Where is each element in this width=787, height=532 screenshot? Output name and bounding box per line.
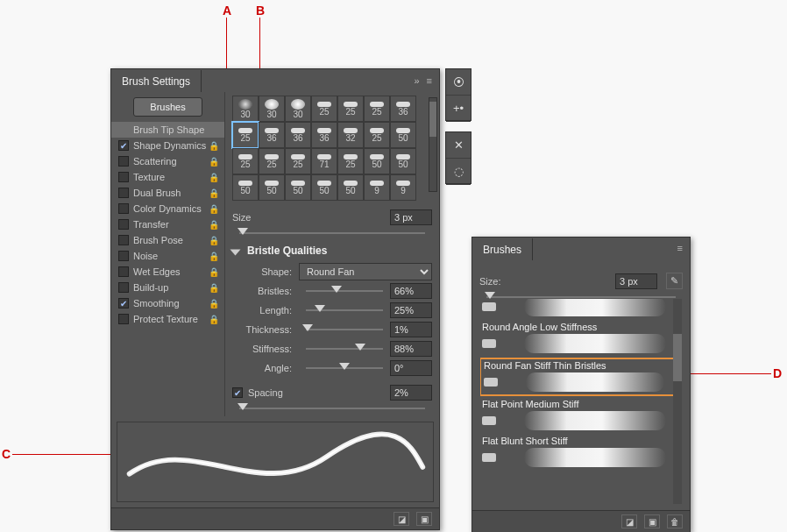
- bristle-value[interactable]: [390, 360, 432, 376]
- disclosure-icon[interactable]: [230, 250, 241, 256]
- option-checkbox[interactable]: [118, 282, 129, 293]
- brushes-button[interactable]: Brushes: [133, 97, 202, 117]
- option-build-up[interactable]: Build-up🔒: [111, 280, 224, 295]
- option-checkbox[interactable]: [118, 156, 129, 167]
- delete-brush-icon[interactable]: 🗑: [667, 514, 683, 528]
- brush-thumb[interactable]: 50: [390, 122, 416, 148]
- option-protect-texture[interactable]: Protect Texture🔒: [111, 311, 224, 327]
- option-checkbox[interactable]: [118, 235, 129, 245]
- size-input[interactable]: [390, 209, 432, 225]
- bristle-value[interactable]: [390, 302, 432, 318]
- option-brush-pose[interactable]: Brush Pose🔒: [111, 232, 224, 248]
- lock-icon[interactable]: 🔒: [209, 315, 219, 324]
- bristle-slider[interactable]: [306, 348, 383, 350]
- option-checkbox[interactable]: [118, 251, 129, 261]
- bristle-value[interactable]: [390, 341, 432, 357]
- option-brush-tip-shape[interactable]: Brush Tip Shape: [111, 122, 224, 138]
- option-transfer[interactable]: Transfer🔒: [111, 216, 224, 232]
- tab-brush-settings[interactable]: Brush Settings: [111, 70, 202, 92]
- bristle-slider[interactable]: [306, 329, 383, 330]
- brush-preset-icon[interactable]: ⦿: [446, 69, 471, 96]
- brush-thumb[interactable]: 36: [285, 122, 311, 148]
- brush-thumb[interactable]: 25: [337, 96, 364, 122]
- option-checkbox[interactable]: [118, 266, 129, 277]
- bristle-slider[interactable]: [306, 309, 383, 311]
- brush-thumb[interactable]: 25: [232, 148, 259, 174]
- lock-icon[interactable]: 🔒: [209, 220, 219, 230]
- flyout-menu-icon[interactable]: ≡: [427, 75, 432, 86]
- bristle-value[interactable]: [390, 322, 432, 337]
- brush-thumb[interactable]: 50: [337, 174, 364, 201]
- spacing-slider[interactable]: [239, 408, 425, 409]
- option-checkbox[interactable]: [118, 314, 129, 324]
- bristle-slider[interactable]: [306, 290, 383, 292]
- brush-thumb[interactable]: 50: [390, 148, 416, 174]
- brush-thumb[interactable]: 25: [232, 122, 259, 148]
- brush-list-scrollbar[interactable]: [673, 299, 682, 504]
- live-tip-preview-icon[interactable]: ✎: [666, 273, 683, 289]
- brush-thumb[interactable]: 50: [364, 148, 390, 174]
- brush-thumb[interactable]: 50: [259, 174, 285, 201]
- option-texture[interactable]: Texture🔒: [111, 169, 224, 185]
- new-brush-icon[interactable]: ▣: [644, 514, 660, 528]
- lock-icon[interactable]: 🔒: [209, 157, 219, 167]
- brush-thumb[interactable]: 25: [364, 122, 390, 148]
- brush-thumb[interactable]: 36: [390, 96, 416, 122]
- create-brush-icon[interactable]: ▣: [416, 512, 432, 526]
- brush-thumb[interactable]: 30: [259, 96, 285, 122]
- add-swatch-icon[interactable]: +•: [446, 96, 471, 122]
- bristle-slider[interactable]: [306, 367, 383, 369]
- lock-icon[interactable]: 🔒: [209, 204, 219, 214]
- option-wet-edges[interactable]: Wet Edges🔒: [111, 264, 224, 280]
- option-checkbox[interactable]: ✔: [118, 140, 129, 151]
- brush-thumb[interactable]: 50: [311, 174, 337, 201]
- brush-list-item[interactable]: Flat Blunt Short Stiff: [480, 436, 682, 469]
- spacing-checkbox[interactable]: ✔: [232, 387, 243, 398]
- option-color-dynamics[interactable]: Color Dynamics🔒: [111, 201, 224, 216]
- lock-icon[interactable]: 🔒: [209, 299, 219, 309]
- brush-thumb[interactable]: 25: [259, 148, 285, 174]
- brush-thumb[interactable]: 25: [285, 148, 311, 174]
- brush-list-item[interactable]: Round Fan Stiff Thin Bristles: [480, 358, 682, 395]
- shape-select[interactable]: Round Fan: [299, 263, 432, 280]
- option-checkbox[interactable]: [118, 203, 129, 214]
- brush-thumb[interactable]: 36: [259, 122, 285, 148]
- brush-thumb[interactable]: 9: [364, 174, 390, 201]
- brush-thumb[interactable]: 25: [364, 96, 390, 122]
- option-checkbox[interactable]: [118, 219, 129, 230]
- brushes-size-input[interactable]: [615, 273, 657, 289]
- option-dual-brush[interactable]: Dual Brush🔒: [111, 185, 224, 201]
- tab-brushes[interactable]: Brushes: [472, 238, 533, 260]
- brush-thumb[interactable]: 25: [311, 96, 337, 122]
- grid-scrollbar[interactable]: [429, 97, 437, 192]
- option-scattering[interactable]: Scattering🔒: [111, 153, 224, 169]
- brush-list-item[interactable]: Round Curve Low Bristle Percent: [480, 298, 682, 318]
- brush-thumb[interactable]: 50: [232, 174, 259, 201]
- option-checkbox[interactable]: [118, 172, 129, 182]
- brush-thumb[interactable]: 30: [285, 96, 311, 122]
- brush-thumb[interactable]: 36: [311, 122, 337, 148]
- lock-icon[interactable]: 🔒: [209, 141, 219, 151]
- toggle-preview-icon[interactable]: ◪: [621, 514, 637, 528]
- crossed-tools-icon[interactable]: ✕: [446, 132, 471, 159]
- lock-icon[interactable]: 🔒: [209, 188, 219, 198]
- brush-tip-grid[interactable]: 3030302525253625363636322550252525712550…: [232, 96, 432, 201]
- brush-thumb[interactable]: 50: [285, 174, 311, 201]
- brush-thumb[interactable]: 32: [337, 122, 364, 148]
- size-slider[interactable]: [239, 232, 425, 234]
- option-noise[interactable]: Noise🔒: [111, 248, 224, 264]
- brush-thumb[interactable]: 30: [232, 96, 259, 122]
- brush-preset-list[interactable]: Round Curve Low Bristle PercentRound Ang…: [479, 298, 683, 505]
- option-checkbox[interactable]: ✔: [118, 298, 129, 309]
- brush-thumb[interactable]: 9: [390, 174, 416, 201]
- lock-icon[interactable]: 🔒: [209, 283, 219, 293]
- collapse-icon[interactable]: »: [414, 75, 419, 86]
- option-checkbox[interactable]: [118, 188, 129, 198]
- cloud-sync-icon[interactable]: ◌: [446, 159, 471, 185]
- lock-icon[interactable]: 🔒: [209, 173, 219, 182]
- bristle-value[interactable]: [390, 283, 432, 299]
- option-smoothing[interactable]: ✔Smoothing🔒: [111, 295, 224, 311]
- option-shape-dynamics[interactable]: ✔Shape Dynamics🔒: [111, 138, 224, 153]
- brush-list-item[interactable]: Flat Point Medium Stiff: [480, 399, 682, 432]
- flyout-menu-icon[interactable]: ≡: [677, 243, 683, 253]
